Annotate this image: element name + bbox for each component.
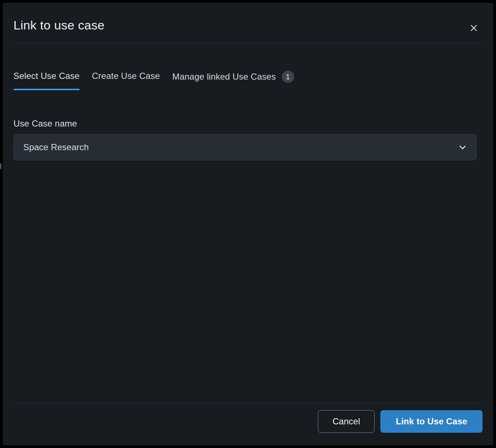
- background-edge-artifact: [0, 163, 1, 169]
- tab-label: Manage linked Use Cases: [172, 71, 276, 82]
- header-divider: [13, 43, 483, 44]
- tab-select-use-case[interactable]: Select Use Case: [13, 71, 80, 90]
- footer-divider: [13, 403, 483, 403]
- use-case-name-label: Use Case name: [13, 118, 483, 129]
- tab-manage-linked-use-cases[interactable]: Manage linked Use Cases 1: [172, 71, 294, 83]
- content-spacer: [3, 160, 493, 403]
- tab-label: Select Use Case: [13, 71, 80, 81]
- close-icon: [469, 24, 478, 32]
- active-tab-indicator: [13, 89, 80, 90]
- link-to-use-case-dialog: Link to use case Select Use Case Create …: [3, 3, 493, 445]
- use-case-select-value: Space Research: [23, 142, 89, 152]
- linked-count-badge: 1: [282, 71, 294, 83]
- link-to-use-case-button[interactable]: Link to Use Case: [380, 410, 483, 433]
- cancel-button[interactable]: Cancel: [318, 410, 375, 433]
- use-case-select[interactable]: Space Research: [13, 134, 477, 160]
- tab-panel-select-use-case: Use Case name Space Research: [13, 118, 483, 160]
- tab-create-use-case[interactable]: Create Use Case: [92, 71, 160, 81]
- tab-label: Create Use Case: [92, 71, 160, 81]
- tab-bar: Select Use Case Create Use Case Manage l…: [13, 71, 483, 90]
- dialog-title: Link to use case: [13, 17, 449, 33]
- chevron-down-icon: [457, 142, 468, 152]
- dialog-footer: Cancel Link to Use Case: [13, 410, 483, 433]
- close-button[interactable]: [467, 21, 480, 35]
